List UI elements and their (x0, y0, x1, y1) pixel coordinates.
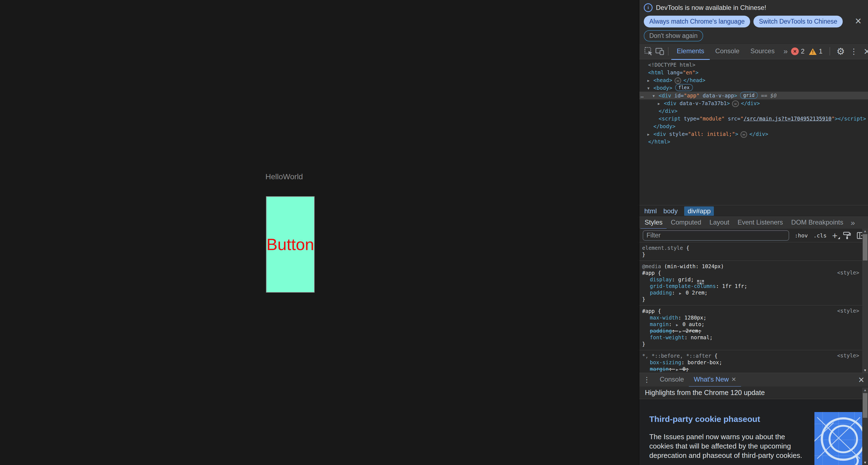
css-property-row[interactable]: grid-template-columns: 1fr 1fr; (640, 283, 868, 289)
css-property-row[interactable]: margin: ▶ 0 auto; (640, 321, 868, 328)
breadcrumb-div-app[interactable]: div#app (684, 206, 714, 216)
css-property-row[interactable]: display: grid; (640, 276, 868, 283)
dom-tree-row[interactable]: <script type="module" src="/src/main.js?… (640, 115, 868, 123)
page-button[interactable]: Button (266, 196, 315, 293)
tab-computed[interactable]: Computed (666, 216, 705, 229)
drawer-close-icon[interactable]: × (858, 374, 864, 386)
flex-layout-badge[interactable]: flex (675, 84, 693, 91)
breadcrumb-html[interactable]: html (644, 207, 657, 215)
drawer-tab-console[interactable]: Console (655, 372, 689, 387)
inline-expand-icon[interactable]: … (741, 131, 747, 138)
inline-expand-icon[interactable]: … (675, 77, 681, 84)
stylesheet-origin-link[interactable]: <style> (837, 353, 859, 359)
css-selector-row[interactable]: } (640, 341, 868, 347)
shorthand-expand-icon[interactable]: ▶ (679, 329, 681, 334)
tab-elements[interactable]: Elements (671, 43, 710, 60)
stylesheet-origin-link[interactable]: <style> (837, 270, 859, 275)
dom-tree-row[interactable]: </body> (640, 123, 868, 130)
css-selector-row[interactable]: @media (min-width: 1024px) (640, 263, 868, 270)
dom-tree-row[interactable]: ▶<div style="all: initial;">…</div> (640, 130, 868, 138)
grid-layout-badge[interactable]: grid (740, 92, 758, 99)
dom-tree-row[interactable]: ▶<div data-v-7a7a37b1>…</div> (640, 99, 868, 107)
dom-tree-row[interactable]: <html lang="en"> (640, 69, 868, 76)
scroll-up-icon[interactable]: ▲ (862, 229, 868, 233)
shorthand-expand-icon[interactable]: ▶ (676, 368, 678, 372)
code-text: = (737, 115, 740, 122)
tab-event-listeners[interactable]: Event Listeners (733, 216, 787, 229)
close-devtools-icon[interactable]: × (861, 46, 868, 57)
styles-filter-input[interactable] (643, 230, 789, 241)
code-text: data-v-7a7a37b1 (677, 100, 727, 106)
dom-tree-row[interactable]: </div> (640, 107, 868, 115)
inline-expand-icon[interactable]: … (732, 100, 739, 107)
css-property-row[interactable]: box-sizing: border-box; (640, 359, 868, 366)
code-text: src (724, 115, 737, 122)
error-x-glyph: × (793, 48, 797, 55)
styles-sections: element.style {}<style>@media (min-width… (640, 242, 868, 373)
tab-styles[interactable]: Styles (641, 216, 666, 229)
tree-open-arrow-icon[interactable]: ▼ (653, 92, 659, 100)
tab-layout[interactable]: Layout (705, 216, 733, 229)
tree-closed-arrow-icon[interactable]: ▶ (647, 131, 653, 138)
whats-new-scrollbar[interactable]: ▲ ▼ (862, 388, 868, 465)
css-property-row[interactable]: padding: ▶ 0 2rem; (640, 289, 868, 296)
new-style-rule-button[interactable]: + (832, 231, 837, 240)
breadcrumb-body[interactable]: body (663, 207, 678, 215)
tab-console[interactable]: Console (710, 43, 745, 60)
tab-sources[interactable]: Sources (745, 43, 780, 60)
dom-tree-row[interactable]: </html> (640, 138, 868, 145)
row-overflow-icon[interactable]: … (641, 92, 644, 99)
shorthand-expand-icon[interactable]: ▶ (676, 323, 678, 327)
inspect-element-icon[interactable] (643, 46, 654, 57)
stylesheet-origin-link[interactable]: <style> (837, 308, 859, 314)
infobar-close-icon[interactable]: × (855, 15, 861, 26)
article-title[interactable]: Third-party cookie phaseout (649, 414, 760, 424)
dom-tree-row[interactable]: ▶<head>…</head> (640, 76, 868, 84)
css-property-row[interactable]: margin: ▶ 0; (640, 366, 868, 372)
dom-tree-row[interactable]: …▼<div id="app" data-v-app>grid == $0 (640, 92, 868, 99)
dont-show-again-button[interactable]: Don't show again (644, 30, 703, 41)
css-selector-row[interactable]: } (640, 251, 868, 258)
match-chrome-language-button[interactable]: Always match Chrome's language (644, 15, 750, 28)
scrollbar-thumb[interactable] (863, 234, 867, 261)
tree-closed-arrow-icon[interactable]: ▶ (658, 100, 664, 108)
drawer-tab-whats-new[interactable]: What's New × (689, 372, 741, 387)
css-selector-row[interactable]: element.style { (640, 244, 868, 251)
code-text: ></script> (835, 115, 866, 122)
dom-tree-row[interactable]: <!DOCTYPE html> (640, 61, 868, 69)
style-rule-section: <style>#app {max-width: 1280px;margin: ▶… (640, 305, 868, 350)
css-selector-row[interactable]: #app { (640, 308, 868, 314)
css-selector-row[interactable]: } (640, 296, 868, 302)
tab-dom-breakpoints[interactable]: DOM Breakpoints (787, 216, 847, 229)
code-text: > (734, 93, 737, 99)
css-property-row[interactable]: padding: ▶ 2rem; (640, 328, 868, 334)
scroll-down-icon[interactable]: ▼ (862, 368, 868, 372)
shorthand-expand-icon[interactable]: ▶ (679, 291, 681, 295)
toggle-pseudo-hov-button[interactable]: :hov (795, 232, 808, 239)
toggle-cls-button[interactable]: .cls (813, 232, 827, 239)
error-icon[interactable]: × (791, 47, 799, 55)
styles-scrollbar[interactable]: ▲ ▼ (862, 229, 868, 373)
tree-open-arrow-icon[interactable]: ▼ (647, 85, 653, 92)
scroll-down-icon[interactable]: ▼ (862, 461, 868, 464)
whats-new-tab-close-icon[interactable]: × (732, 376, 736, 383)
device-toolbar-icon[interactable] (654, 46, 665, 57)
more-sidebar-tabs-icon[interactable]: » (847, 219, 858, 227)
code-text: #app { (642, 308, 661, 314)
warning-icon[interactable]: ! (809, 48, 817, 55)
drawer-kebab-icon[interactable]: ⋮ (643, 375, 650, 384)
dom-tree-row[interactable]: ▼<body>flex (640, 84, 868, 92)
tree-closed-arrow-icon[interactable]: ▶ (647, 77, 653, 85)
kebab-menu-icon[interactable]: ⋮ (848, 46, 859, 57)
css-property-row[interactable]: font-weight: normal; (640, 334, 868, 341)
settings-gear-icon[interactable]: ⚙ (835, 46, 846, 57)
more-tabs-icon[interactable]: » (780, 47, 791, 56)
css-selector-row[interactable]: #app { (640, 270, 868, 276)
scroll-up-icon[interactable]: ▲ (862, 388, 868, 392)
rendering-brush-icon[interactable] (842, 231, 851, 240)
scrollbar-thumb[interactable] (863, 393, 867, 418)
code-text: </div> (749, 131, 768, 137)
css-selector-row[interactable]: *, *::before, *::after { (640, 353, 868, 359)
switch-devtools-chinese-button[interactable]: Switch DevTools to Chinese (753, 15, 843, 28)
css-property-row[interactable]: max-width: 1280px; (640, 314, 868, 321)
